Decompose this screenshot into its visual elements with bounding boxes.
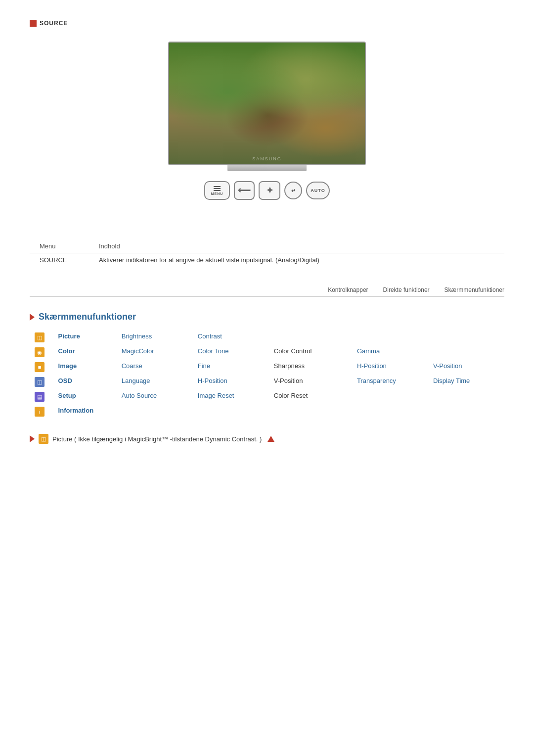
nav-button[interactable]: ⟵ bbox=[234, 181, 255, 200]
coarse-link[interactable]: Coarse bbox=[117, 360, 193, 375]
monitor-stand bbox=[227, 165, 307, 171]
info-icon: i bbox=[35, 407, 44, 417]
table-row: ◫ Picture Brightness Contrast bbox=[30, 330, 504, 345]
color-icon-cell: ◉ bbox=[30, 345, 53, 360]
tab-skaermmenufunktioner[interactable]: Skærmmenufunktioner bbox=[445, 286, 504, 293]
osd-icon: ◫ bbox=[35, 377, 44, 387]
button-row: MENU ⟵ ✦ ↵ AUTO bbox=[204, 181, 330, 200]
menu-source-content: Aktiverer indikatoren for at angive de a… bbox=[89, 253, 504, 267]
table-row: ▤ Setup Auto Source Image Reset Color Re… bbox=[30, 389, 504, 404]
sharpness-link[interactable]: Sharpness bbox=[269, 360, 352, 375]
menu-button[interactable]: MENU bbox=[204, 181, 230, 200]
menu-table: Menu Indhold SOURCE Aktiverer indikatore… bbox=[30, 239, 504, 267]
fine-link[interactable]: Fine bbox=[193, 360, 269, 375]
brightness-link[interactable]: Brightness bbox=[117, 330, 193, 345]
bottom-arrow-icon bbox=[30, 435, 35, 442]
tab-direkte-funktioner[interactable]: Direkte funktioner bbox=[383, 286, 430, 293]
table-row: i Information bbox=[30, 404, 504, 419]
col-menu-header: Menu bbox=[30, 239, 89, 253]
source-header: SOURCE bbox=[30, 20, 504, 27]
menu-grid: ◫ Picture Brightness Contrast ◉ Color Ma… bbox=[30, 330, 504, 419]
vposition-image-link[interactable]: V-Position bbox=[428, 360, 504, 375]
language-link[interactable]: Language bbox=[117, 375, 193, 389]
triangle-up-icon bbox=[267, 436, 274, 442]
color-icon: ◉ bbox=[35, 347, 44, 357]
setup-main[interactable]: Setup bbox=[53, 389, 117, 404]
colorreset-link[interactable]: Color Reset bbox=[269, 389, 352, 404]
brightness-button[interactable]: ✦ bbox=[259, 181, 280, 200]
imagereset-link[interactable]: Image Reset bbox=[193, 389, 269, 404]
bottom-note-text: Picture ( Ikke tilgængelig i MagicBright… bbox=[52, 435, 262, 443]
bottom-note: ◫ Picture ( Ikke tilgængelig i MagicBrig… bbox=[30, 434, 504, 444]
picture-main[interactable]: Picture bbox=[53, 330, 117, 345]
table-section: Menu Indhold SOURCE Aktiverer indikatore… bbox=[30, 239, 504, 267]
monitor-container: MENU ⟵ ✦ ↵ AUTO bbox=[30, 42, 504, 225]
table-row: ■ Image Coarse Fine Sharpness H-Position… bbox=[30, 360, 504, 375]
info-icon-cell: i bbox=[30, 404, 53, 419]
section-header: Skærmmenufunktioner bbox=[30, 312, 504, 322]
information-main[interactable]: Information bbox=[53, 404, 117, 419]
nav-tabs: Kontrolknapper Direkte funktioner Skærmm… bbox=[30, 286, 504, 297]
setup-icon: ▤ bbox=[35, 392, 44, 402]
osd-main[interactable]: OSD bbox=[53, 375, 117, 389]
source-icon bbox=[30, 20, 37, 27]
col-content-header: Indhold bbox=[89, 239, 504, 253]
source-label: SOURCE bbox=[40, 20, 68, 27]
enter-button[interactable]: ↵ bbox=[284, 182, 302, 199]
displaytime-link[interactable]: Display Time bbox=[428, 375, 504, 389]
table-row: ◉ Color MagicColor Color Tone Color Cont… bbox=[30, 345, 504, 360]
auto-button[interactable]: AUTO bbox=[306, 182, 330, 199]
section-title: Skærmmenufunktioner bbox=[39, 312, 136, 322]
autosource-link[interactable]: Auto Source bbox=[117, 389, 193, 404]
setup-icon-cell: ▤ bbox=[30, 389, 53, 404]
tab-kontrolknapper[interactable]: Kontrolknapper bbox=[328, 286, 368, 293]
section-arrow-icon bbox=[30, 314, 35, 321]
monitor-image bbox=[168, 42, 366, 165]
vposition-osd-link[interactable]: V-Position bbox=[269, 375, 352, 389]
image-icon: ■ bbox=[35, 362, 44, 372]
osd-icon-cell: ◫ bbox=[30, 375, 53, 389]
colorcontrol-link[interactable]: Color Control bbox=[269, 345, 352, 360]
hposition-image-link[interactable]: H-Position bbox=[352, 360, 428, 375]
color-main[interactable]: Color bbox=[53, 345, 117, 360]
transparency-link[interactable]: Transparency bbox=[352, 375, 428, 389]
gamma-link[interactable]: Gamma bbox=[352, 345, 428, 360]
image-icon-cell: ■ bbox=[30, 360, 53, 375]
contrast-link[interactable]: Contrast bbox=[193, 330, 269, 345]
hposition-osd-link[interactable]: H-Position bbox=[193, 375, 269, 389]
bottom-monitor-icon: ◫ bbox=[39, 434, 48, 444]
image-main[interactable]: Image bbox=[53, 360, 117, 375]
menu-source-label: SOURCE bbox=[30, 253, 89, 267]
table-row: ◫ OSD Language H-Position V-Position Tra… bbox=[30, 375, 504, 389]
picture-icon: ◫ bbox=[35, 332, 44, 342]
colortone-link[interactable]: Color Tone bbox=[193, 345, 269, 360]
picture-icon-cell: ◫ bbox=[30, 330, 53, 345]
magiccolor-link[interactable]: MagicColor bbox=[117, 345, 193, 360]
